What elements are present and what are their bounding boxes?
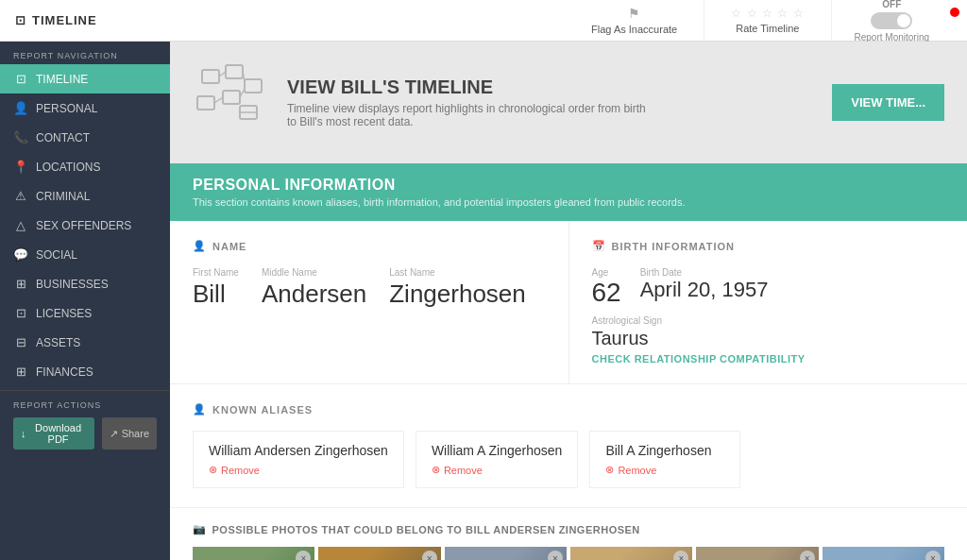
finances-icon: ⊞ (13, 365, 28, 379)
action-buttons: ↓ Download PDF ↗ Share (13, 417, 157, 450)
sidebar-item-businesses[interactable]: ⊞ BUSINESSES (0, 269, 170, 298)
flag-icon: ⚑ (628, 6, 640, 21)
monitoring-toggle[interactable] (871, 12, 912, 29)
alias-name-0: William Andersen Zingerhosen (209, 443, 388, 458)
alias-remove-1[interactable]: ⊗ Remove (432, 464, 563, 476)
personal-icon: 👤 (13, 101, 28, 115)
astro-value: Taurus (592, 328, 945, 349)
last-name-value: Zingerhosen (389, 280, 526, 309)
alias-card-0: William Andersen Zingerhosen ⊗ Remove (193, 431, 404, 488)
photos-grid: × × × × × × (193, 547, 944, 560)
middle-name-label: Middle Name (262, 267, 366, 278)
sidebar-item-finances[interactable]: ⊞ FINANCES (0, 357, 170, 386)
personal-section-subtext: This section contains known aliases, bir… (193, 196, 944, 208)
main-content: VIEW BILL'S TIMELINE Timeline view displ… (170, 42, 967, 560)
layout: REPORT NAVIGATION ⊡ TIMELINE 👤 PERSONAL … (0, 42, 967, 560)
toggle-knob (897, 14, 910, 27)
assets-icon: ⊟ (13, 335, 28, 349)
timeline-banner-text: VIEW BILL'S TIMELINE Timeline view displ… (287, 76, 646, 128)
report-actions: REPORT ACTIONS ↓ Download PDF ↗ Share (0, 390, 170, 459)
top-actions: ⚑ Flag As Inaccurate ☆ ☆ ☆ ☆ ☆ Rate Time… (565, 0, 952, 42)
share-button[interactable]: ↗ Share (102, 417, 157, 450)
download-icon: ↓ (21, 428, 26, 439)
sidebar-item-label-locations: LOCATIONS (36, 161, 100, 174)
sidebar-item-locations[interactable]: 📍 LOCATIONS (0, 152, 170, 181)
photo-item-0: × (193, 547, 314, 560)
alias-name-1: William A Zingerhosen (432, 443, 563, 458)
view-timeline-button[interactable]: VIEW TIME... (832, 84, 944, 121)
sidebar-item-personal[interactable]: 👤 PERSONAL (0, 93, 170, 123)
timeline-diagram-icon (193, 60, 268, 144)
aliases-panel-title: 👤 KNOWN ALIASES (193, 403, 944, 416)
remove-icon-2: ⊗ (605, 464, 614, 476)
sidebar-item-timeline[interactable]: ⊡ TIMELINE (0, 64, 170, 93)
rate-label: Rate Timeline (736, 23, 799, 34)
sidebar-item-label-personal: PERSONAL (36, 102, 97, 115)
rate-action[interactable]: ☆ ☆ ☆ ☆ ☆ Rate Timeline (704, 0, 830, 42)
photo-item-4: × (696, 547, 818, 560)
name-panel-title: 👤 NAME (193, 240, 546, 252)
aliases-icon: 👤 (193, 403, 207, 416)
sidebar-item-sex-offenders[interactable]: △ SEX OFFENDERS (0, 211, 170, 240)
sex-offenders-icon: △ (13, 218, 28, 232)
first-name-label: First Name (193, 267, 239, 278)
svg-rect-0 (202, 70, 219, 83)
sidebar-item-assets[interactable]: ⊟ ASSETS (0, 328, 170, 357)
monitoring-label: Report Monitoring (855, 32, 929, 42)
notification-dot (950, 8, 959, 17)
alias-remove-2[interactable]: ⊗ Remove (605, 464, 724, 476)
birth-date-label: Birth Date (640, 267, 769, 278)
timeline-icon: ⊡ (13, 72, 28, 86)
sidebar-item-criminal[interactable]: ⚠ CRIMINAL (0, 181, 170, 211)
svg-rect-3 (223, 91, 240, 104)
photo-remove-5[interactable]: × (925, 551, 941, 560)
flag-action[interactable]: ⚑ Flag As Inaccurate (565, 0, 704, 42)
age-field: Age 62 (592, 267, 621, 308)
flag-label: Flag As Inaccurate (591, 24, 677, 35)
sidebar-item-label-contact: CONTACT (36, 131, 90, 144)
share-icon: ↗ (110, 428, 118, 440)
sidebar-item-label-finances: FINANCES (36, 365, 93, 379)
criminal-icon: ⚠ (13, 189, 28, 203)
photo-remove-4[interactable]: × (800, 551, 815, 560)
compatibility-link[interactable]: CHECK RELATIONSHIP COMPATIBILITY (592, 353, 945, 365)
personal-section-title: PERSONAL INFORMATION (193, 177, 944, 194)
photo-item-2: × (445, 547, 567, 560)
remove-icon-1: ⊗ (432, 464, 440, 476)
timeline-banner-description: Timeline view displays report highlights… (287, 102, 646, 128)
astro-label: Astrological Sign (592, 315, 945, 326)
report-nav-label: REPORT NAVIGATION (0, 42, 170, 64)
photo-remove-1[interactable]: × (422, 551, 437, 560)
birth-panel-icon: 📅 (592, 240, 606, 252)
photo-remove-3[interactable]: × (673, 551, 688, 560)
svg-line-6 (219, 72, 226, 76)
middle-name-value: Andersen (262, 280, 366, 309)
alias-remove-0[interactable]: ⊗ Remove (209, 464, 388, 476)
name-panel-icon: 👤 (193, 240, 207, 252)
photo-remove-0[interactable]: × (296, 551, 311, 560)
timeline-banner-title: VIEW BILL'S TIMELINE (287, 76, 646, 98)
aliases-panel: 👤 KNOWN ALIASES William Andersen Zingerh… (170, 384, 967, 508)
photo-remove-2[interactable]: × (548, 551, 563, 560)
birth-date-value: April 20, 1957 (640, 278, 769, 302)
camera-icon: 📷 (193, 523, 207, 535)
svg-line-8 (214, 97, 223, 103)
sidebar-item-social[interactable]: 💬 SOCIAL (0, 240, 170, 269)
personal-section-header: PERSONAL INFORMATION This section contai… (170, 163, 967, 221)
sidebar-item-label-timeline: TIMELINE (36, 73, 88, 86)
photo-item-3: × (570, 547, 692, 560)
toggle-off-label: OFF (882, 0, 901, 9)
sidebar-item-contact[interactable]: 📞 CONTACT (0, 123, 170, 152)
svg-rect-4 (245, 79, 262, 93)
licenses-icon: ⊡ (13, 306, 28, 320)
birth-panel: 📅 BIRTH INFORMATION Age 62 Birth Date Ap… (569, 221, 968, 383)
monitoring-toggle-container[interactable]: OFF Report Monitoring (831, 0, 952, 42)
alias-name-2: Bill A Zingerhosen (605, 443, 724, 458)
remove-icon-0: ⊗ (209, 464, 217, 476)
download-pdf-button[interactable]: ↓ Download PDF (13, 417, 94, 450)
personal-info-section: PERSONAL INFORMATION This section contai… (170, 163, 967, 560)
top-bar: ⊡ TIMELINE ⚑ Flag As Inaccurate ☆ ☆ ☆ ☆ … (0, 0, 967, 42)
businesses-icon: ⊞ (13, 277, 28, 291)
app-title: ⊡ TIMELINE (15, 13, 97, 27)
sidebar-item-licenses[interactable]: ⊡ LICENSES (0, 298, 170, 328)
